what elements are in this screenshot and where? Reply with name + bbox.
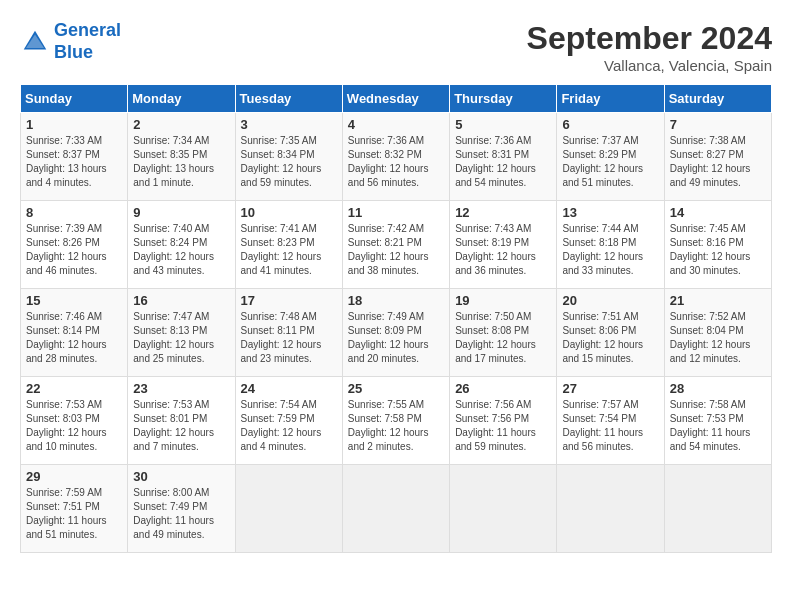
day-number: 7 bbox=[670, 117, 766, 132]
table-cell: 28Sunrise: 7:58 AM Sunset: 7:53 PM Dayli… bbox=[664, 377, 771, 465]
day-number: 28 bbox=[670, 381, 766, 396]
day-info: Sunrise: 7:46 AM Sunset: 8:14 PM Dayligh… bbox=[26, 310, 122, 366]
day-number: 17 bbox=[241, 293, 337, 308]
day-info: Sunrise: 7:56 AM Sunset: 7:56 PM Dayligh… bbox=[455, 398, 551, 454]
day-info: Sunrise: 7:43 AM Sunset: 8:19 PM Dayligh… bbox=[455, 222, 551, 278]
table-cell: 3Sunrise: 7:35 AM Sunset: 8:34 PM Daylig… bbox=[235, 113, 342, 201]
logo-icon bbox=[20, 27, 50, 57]
col-sunday: Sunday bbox=[21, 85, 128, 113]
table-cell: 19Sunrise: 7:50 AM Sunset: 8:08 PM Dayli… bbox=[450, 289, 557, 377]
day-number: 22 bbox=[26, 381, 122, 396]
location: Vallanca, Valencia, Spain bbox=[527, 57, 772, 74]
day-number: 20 bbox=[562, 293, 658, 308]
table-cell: 1Sunrise: 7:33 AM Sunset: 8:37 PM Daylig… bbox=[21, 113, 128, 201]
col-friday: Friday bbox=[557, 85, 664, 113]
day-info: Sunrise: 7:42 AM Sunset: 8:21 PM Dayligh… bbox=[348, 222, 444, 278]
table-cell: 8Sunrise: 7:39 AM Sunset: 8:26 PM Daylig… bbox=[21, 201, 128, 289]
day-number: 2 bbox=[133, 117, 229, 132]
day-number: 1 bbox=[26, 117, 122, 132]
day-info: Sunrise: 7:57 AM Sunset: 7:54 PM Dayligh… bbox=[562, 398, 658, 454]
page-header: General Blue September 2024 Vallanca, Va… bbox=[20, 20, 772, 74]
day-info: Sunrise: 7:52 AM Sunset: 8:04 PM Dayligh… bbox=[670, 310, 766, 366]
week-row-0: 1Sunrise: 7:33 AM Sunset: 8:37 PM Daylig… bbox=[21, 113, 772, 201]
day-info: Sunrise: 7:47 AM Sunset: 8:13 PM Dayligh… bbox=[133, 310, 229, 366]
week-row-1: 8Sunrise: 7:39 AM Sunset: 8:26 PM Daylig… bbox=[21, 201, 772, 289]
day-number: 12 bbox=[455, 205, 551, 220]
day-info: Sunrise: 7:58 AM Sunset: 7:53 PM Dayligh… bbox=[670, 398, 766, 454]
table-cell: 12Sunrise: 7:43 AM Sunset: 8:19 PM Dayli… bbox=[450, 201, 557, 289]
table-cell: 22Sunrise: 7:53 AM Sunset: 8:03 PM Dayli… bbox=[21, 377, 128, 465]
table-cell: 7Sunrise: 7:38 AM Sunset: 8:27 PM Daylig… bbox=[664, 113, 771, 201]
day-info: Sunrise: 7:44 AM Sunset: 8:18 PM Dayligh… bbox=[562, 222, 658, 278]
day-info: Sunrise: 7:40 AM Sunset: 8:24 PM Dayligh… bbox=[133, 222, 229, 278]
day-info: Sunrise: 7:53 AM Sunset: 8:03 PM Dayligh… bbox=[26, 398, 122, 454]
month-title: September 2024 bbox=[527, 20, 772, 57]
day-info: Sunrise: 7:53 AM Sunset: 8:01 PM Dayligh… bbox=[133, 398, 229, 454]
day-info: Sunrise: 8:00 AM Sunset: 7:49 PM Dayligh… bbox=[133, 486, 229, 542]
col-saturday: Saturday bbox=[664, 85, 771, 113]
day-info: Sunrise: 7:36 AM Sunset: 8:31 PM Dayligh… bbox=[455, 134, 551, 190]
table-cell: 29Sunrise: 7:59 AM Sunset: 7:51 PM Dayli… bbox=[21, 465, 128, 553]
table-cell: 14Sunrise: 7:45 AM Sunset: 8:16 PM Dayli… bbox=[664, 201, 771, 289]
day-number: 13 bbox=[562, 205, 658, 220]
day-number: 15 bbox=[26, 293, 122, 308]
table-cell: 18Sunrise: 7:49 AM Sunset: 8:09 PM Dayli… bbox=[342, 289, 449, 377]
day-info: Sunrise: 7:49 AM Sunset: 8:09 PM Dayligh… bbox=[348, 310, 444, 366]
day-number: 4 bbox=[348, 117, 444, 132]
calendar-header-row: Sunday Monday Tuesday Wednesday Thursday… bbox=[21, 85, 772, 113]
table-cell: 11Sunrise: 7:42 AM Sunset: 8:21 PM Dayli… bbox=[342, 201, 449, 289]
calendar-table: Sunday Monday Tuesday Wednesday Thursday… bbox=[20, 84, 772, 553]
day-info: Sunrise: 7:39 AM Sunset: 8:26 PM Dayligh… bbox=[26, 222, 122, 278]
col-tuesday: Tuesday bbox=[235, 85, 342, 113]
table-cell: 10Sunrise: 7:41 AM Sunset: 8:23 PM Dayli… bbox=[235, 201, 342, 289]
day-number: 8 bbox=[26, 205, 122, 220]
day-number: 5 bbox=[455, 117, 551, 132]
day-number: 21 bbox=[670, 293, 766, 308]
table-cell: 27Sunrise: 7:57 AM Sunset: 7:54 PM Dayli… bbox=[557, 377, 664, 465]
day-info: Sunrise: 7:48 AM Sunset: 8:11 PM Dayligh… bbox=[241, 310, 337, 366]
week-row-3: 22Sunrise: 7:53 AM Sunset: 8:03 PM Dayli… bbox=[21, 377, 772, 465]
week-row-2: 15Sunrise: 7:46 AM Sunset: 8:14 PM Dayli… bbox=[21, 289, 772, 377]
day-info: Sunrise: 7:35 AM Sunset: 8:34 PM Dayligh… bbox=[241, 134, 337, 190]
day-info: Sunrise: 7:51 AM Sunset: 8:06 PM Dayligh… bbox=[562, 310, 658, 366]
table-cell: 30Sunrise: 8:00 AM Sunset: 7:49 PM Dayli… bbox=[128, 465, 235, 553]
table-cell: 23Sunrise: 7:53 AM Sunset: 8:01 PM Dayli… bbox=[128, 377, 235, 465]
table-cell: 6Sunrise: 7:37 AM Sunset: 8:29 PM Daylig… bbox=[557, 113, 664, 201]
table-cell: 26Sunrise: 7:56 AM Sunset: 7:56 PM Dayli… bbox=[450, 377, 557, 465]
col-wednesday: Wednesday bbox=[342, 85, 449, 113]
table-cell: 13Sunrise: 7:44 AM Sunset: 8:18 PM Dayli… bbox=[557, 201, 664, 289]
week-row-4: 29Sunrise: 7:59 AM Sunset: 7:51 PM Dayli… bbox=[21, 465, 772, 553]
table-cell: 15Sunrise: 7:46 AM Sunset: 8:14 PM Dayli… bbox=[21, 289, 128, 377]
day-number: 27 bbox=[562, 381, 658, 396]
table-cell bbox=[235, 465, 342, 553]
table-cell bbox=[450, 465, 557, 553]
table-cell bbox=[664, 465, 771, 553]
table-cell: 9Sunrise: 7:40 AM Sunset: 8:24 PM Daylig… bbox=[128, 201, 235, 289]
table-cell: 25Sunrise: 7:55 AM Sunset: 7:58 PM Dayli… bbox=[342, 377, 449, 465]
day-number: 10 bbox=[241, 205, 337, 220]
day-number: 24 bbox=[241, 381, 337, 396]
day-number: 18 bbox=[348, 293, 444, 308]
table-cell: 5Sunrise: 7:36 AM Sunset: 8:31 PM Daylig… bbox=[450, 113, 557, 201]
table-cell: 16Sunrise: 7:47 AM Sunset: 8:13 PM Dayli… bbox=[128, 289, 235, 377]
day-number: 25 bbox=[348, 381, 444, 396]
day-number: 29 bbox=[26, 469, 122, 484]
day-number: 19 bbox=[455, 293, 551, 308]
day-info: Sunrise: 7:33 AM Sunset: 8:37 PM Dayligh… bbox=[26, 134, 122, 190]
day-number: 11 bbox=[348, 205, 444, 220]
day-info: Sunrise: 7:37 AM Sunset: 8:29 PM Dayligh… bbox=[562, 134, 658, 190]
table-cell: 24Sunrise: 7:54 AM Sunset: 7:59 PM Dayli… bbox=[235, 377, 342, 465]
day-number: 6 bbox=[562, 117, 658, 132]
table-cell: 4Sunrise: 7:36 AM Sunset: 8:32 PM Daylig… bbox=[342, 113, 449, 201]
day-number: 26 bbox=[455, 381, 551, 396]
table-cell: 21Sunrise: 7:52 AM Sunset: 8:04 PM Dayli… bbox=[664, 289, 771, 377]
table-cell: 2Sunrise: 7:34 AM Sunset: 8:35 PM Daylig… bbox=[128, 113, 235, 201]
day-info: Sunrise: 7:34 AM Sunset: 8:35 PM Dayligh… bbox=[133, 134, 229, 190]
day-info: Sunrise: 7:54 AM Sunset: 7:59 PM Dayligh… bbox=[241, 398, 337, 454]
day-number: 16 bbox=[133, 293, 229, 308]
logo-text: General Blue bbox=[54, 20, 121, 63]
day-info: Sunrise: 7:55 AM Sunset: 7:58 PM Dayligh… bbox=[348, 398, 444, 454]
day-info: Sunrise: 7:50 AM Sunset: 8:08 PM Dayligh… bbox=[455, 310, 551, 366]
table-cell: 17Sunrise: 7:48 AM Sunset: 8:11 PM Dayli… bbox=[235, 289, 342, 377]
title-block: September 2024 Vallanca, Valencia, Spain bbox=[527, 20, 772, 74]
